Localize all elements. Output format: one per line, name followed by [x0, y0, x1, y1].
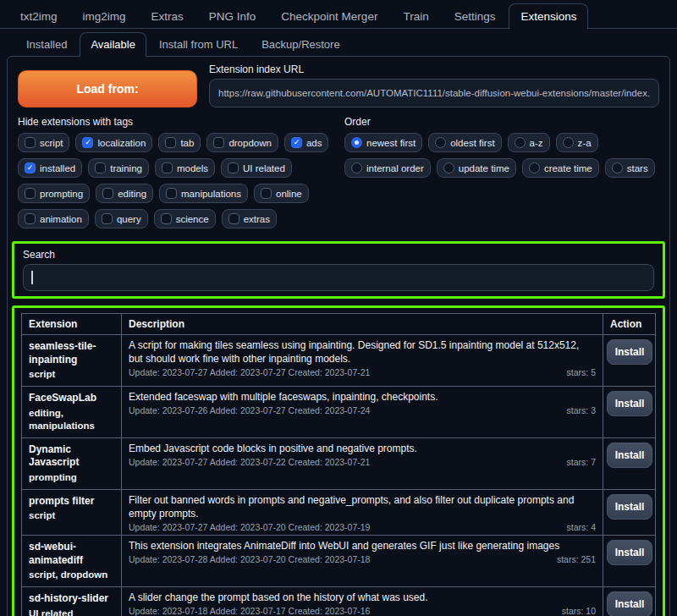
order-section: Order newest firstoldest firsta-zz-ainte… — [344, 116, 659, 234]
checkbox-unchecked-icon[interactable] — [165, 137, 176, 148]
install-button[interactable]: Install — [607, 443, 652, 468]
extension-description: This extension integrates AnimateDiff in… — [129, 539, 596, 553]
checkbox-unchecked-icon[interactable] — [162, 162, 173, 173]
tab-extensions[interactable]: Extensions — [509, 3, 588, 29]
checkbox-unchecked-icon[interactable] — [161, 213, 172, 224]
pill-row: animationqueryscienceextras — [18, 209, 333, 228]
radio-unchecked-icon[interactable] — [612, 162, 623, 173]
tag-filter-models[interactable]: models — [155, 158, 215, 178]
order-option-update-time[interactable]: update time — [437, 158, 516, 178]
tab-settings[interactable]: Settings — [443, 3, 508, 28]
pill-label: science — [176, 214, 209, 224]
checkbox-unchecked-icon[interactable] — [228, 162, 239, 173]
radio-unchecked-icon[interactable] — [435, 137, 446, 148]
checkbox-unchecked-icon[interactable] — [25, 188, 36, 199]
radio-unchecked-icon[interactable] — [529, 162, 540, 173]
tag-filter-script[interactable]: script — [18, 133, 69, 152]
install-button[interactable]: Install — [607, 540, 652, 565]
radio-unchecked-icon[interactable] — [443, 162, 454, 173]
radio-unchecked-icon[interactable] — [351, 162, 362, 173]
install-button[interactable]: Install — [607, 494, 652, 520]
load-from-button[interactable]: Load from: — [18, 70, 197, 107]
tag-filter-extras[interactable]: extras — [222, 209, 277, 228]
tag-filter-prompting[interactable]: prompting — [18, 184, 90, 203]
checkbox-unchecked-icon[interactable] — [25, 213, 36, 224]
tag-filter-online[interactable]: online — [254, 184, 309, 203]
tag-filter-science[interactable]: science — [154, 209, 216, 228]
extension-index-url-input[interactable] — [209, 79, 659, 107]
pill-label: newest first — [366, 138, 416, 148]
loader-row: Load from: Extension index URL — [18, 63, 659, 107]
pill-label: editing — [118, 189, 146, 199]
action-cell: Install — [603, 489, 656, 535]
install-button[interactable]: Install — [607, 339, 652, 365]
description-cell: Embed Javascript code blocks in positive… — [122, 437, 603, 489]
pill-label: localization — [97, 138, 146, 148]
filters-row: Hide extensions with tags script✓localiz… — [18, 116, 659, 234]
tag-filter-installed[interactable]: ✓installed — [18, 158, 82, 178]
tag-filter-editing[interactable]: editing — [96, 184, 153, 203]
checkbox-unchecked-icon[interactable] — [166, 188, 177, 199]
checkbox-unchecked-icon[interactable] — [261, 188, 272, 199]
tab-train[interactable]: Train — [391, 3, 440, 28]
checkbox-unchecked-icon[interactable] — [95, 162, 106, 173]
checkbox-unchecked-icon[interactable] — [102, 188, 113, 199]
action-cell: Install — [603, 536, 656, 587]
subtab-available[interactable]: Available — [80, 32, 146, 57]
extension-dates: Update: 2023-07-26 Added: 2023-07-27 Cre… — [129, 405, 370, 415]
table-row: sd-webui-animatediffscript, dropdownThis… — [22, 536, 656, 587]
checkbox-unchecked-icon[interactable] — [102, 213, 113, 224]
tab-extras[interactable]: Extras — [140, 3, 195, 28]
checkbox-unchecked-icon[interactable] — [213, 137, 224, 148]
pill-label: UI related — [243, 163, 285, 173]
tab-txt2img[interactable]: txt2img — [8, 3, 69, 28]
order-option-internal-order[interactable]: internal order — [344, 158, 431, 178]
table-header: Extension Description Action — [22, 314, 656, 335]
tag-filter-tab[interactable]: tab — [158, 133, 201, 152]
subtab-installed[interactable]: Installed — [15, 32, 78, 56]
checkbox-checked-icon[interactable]: ✓ — [25, 162, 36, 173]
subtab-install-from-url[interactable]: Install from URL — [148, 32, 249, 56]
app-window: txt2imgimg2imgExtrasPNG InfoCheckpoint M… — [0, 0, 677, 616]
order-option-z-a[interactable]: z-a — [556, 133, 598, 152]
extension-name: FaceSwapLab — [29, 392, 114, 405]
radio-unchecked-icon[interactable] — [563, 137, 574, 148]
available-extensions-panel: Load from: Extension index URL Hide exte… — [7, 56, 670, 616]
checkbox-unchecked-icon[interactable] — [25, 137, 36, 148]
tag-filter-ui-related[interactable]: UI related — [221, 158, 292, 178]
extension-description: A slider change the prompt based on the … — [129, 591, 596, 604]
tag-filter-ads[interactable]: ✓ads — [284, 133, 329, 152]
pill-label: prompting — [40, 189, 83, 199]
tag-filter-training[interactable]: training — [88, 158, 149, 178]
order-option-stars[interactable]: stars — [605, 158, 655, 178]
order-option-newest-first[interactable]: newest first — [344, 133, 422, 152]
extension-stars: stars: 5 — [567, 367, 596, 377]
hide-tags-label: Hide extensions with tags — [18, 116, 333, 128]
install-button[interactable]: Install — [607, 591, 652, 616]
extension-name: sd-webui-animatediff — [29, 541, 114, 567]
checkbox-checked-icon[interactable]: ✓ — [291, 137, 302, 148]
tag-filter-localization[interactable]: ✓localization — [75, 133, 152, 152]
tag-filter-query[interactable]: query — [95, 209, 148, 228]
tab-png-info[interactable]: PNG Info — [197, 3, 268, 28]
extensions-tbody: seamless-tile-inpaintingscriptA script f… — [22, 335, 656, 616]
extension-name: Dynamic Javascript — [29, 443, 114, 470]
tag-filter-manipulations[interactable]: manipulations — [159, 184, 248, 203]
checkbox-unchecked-icon[interactable] — [228, 213, 239, 224]
extension-name: sd-history-slider — [29, 592, 114, 606]
tag-filter-dropdown[interactable]: dropdown — [206, 133, 278, 152]
order-option-oldest-first[interactable]: oldest first — [428, 133, 501, 152]
radio-unchecked-icon[interactable] — [515, 137, 526, 148]
tab-checkpoint-merger[interactable]: Checkpoint Merger — [269, 3, 389, 28]
tag-filter-animation[interactable]: animation — [18, 209, 89, 228]
order-option-a-z[interactable]: a-z — [508, 133, 550, 152]
order-option-create-time[interactable]: create time — [522, 158, 599, 178]
radio-checked-icon[interactable] — [351, 137, 362, 148]
checkbox-checked-icon[interactable]: ✓ — [82, 137, 93, 148]
extension-dates: Update: 2023-07-27 Added: 2023-07-22 Cre… — [129, 457, 370, 467]
subtab-backup-restore[interactable]: Backup/Restore — [250, 32, 351, 56]
extension-cell: prompts filterscript — [22, 489, 122, 535]
tab-img2img[interactable]: img2img — [71, 3, 138, 28]
search-input[interactable] — [23, 264, 654, 291]
install-button[interactable]: Install — [607, 391, 652, 416]
